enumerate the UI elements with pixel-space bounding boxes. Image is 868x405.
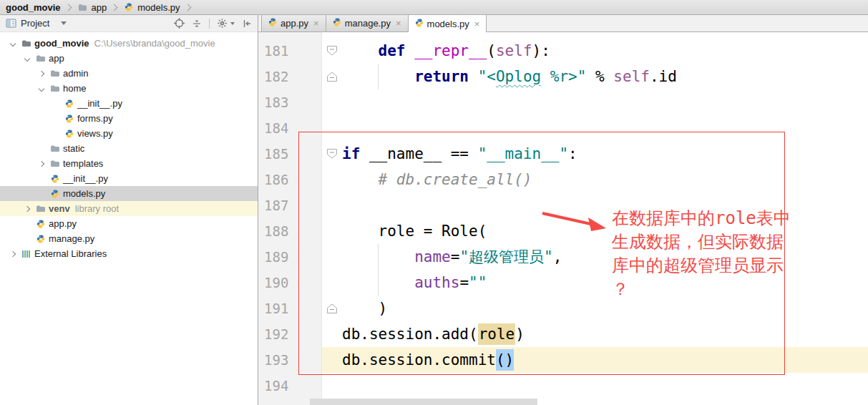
tab-manage-py[interactable]: manage.py × <box>326 14 409 31</box>
code-line: 194 <box>258 373 868 399</box>
breadcrumb-item-project[interactable]: good_movie <box>6 2 61 13</box>
chevron-right-icon[interactable] <box>6 252 20 256</box>
project-panel-header: Project <box>0 15 258 32</box>
tab-label: app.py <box>281 18 308 29</box>
chevron-right-icon[interactable] <box>20 207 34 211</box>
chevron-down-icon[interactable] <box>6 42 20 46</box>
breadcrumb-label: app <box>92 2 107 13</box>
python-file-icon <box>63 130 75 138</box>
python-file-icon <box>49 175 61 183</box>
project-path-hint: C:\Users\branda\good_movie <box>94 38 215 49</box>
breadcrumb: good_movie app models.py <box>0 0 868 15</box>
tab-app-py[interactable]: app.py × <box>261 14 326 31</box>
folder-icon <box>34 205 47 213</box>
libraries-icon <box>20 250 32 258</box>
tree-row-home[interactable]: home <box>0 81 258 96</box>
chevron-right-icon <box>184 4 191 11</box>
close-icon[interactable]: × <box>396 19 401 28</box>
annotation-text: 在数据库中的role表中 生成数据，但实际数据 库中的超级管理员显示 ？ <box>612 207 791 301</box>
project-tree: good_movie C:\Users\branda\good_movie ap… <box>0 32 258 261</box>
tab-label: manage.py <box>345 18 391 29</box>
tree-row-manage-py[interactable]: manage.py <box>0 231 258 246</box>
project-tool-window: Project good_movie C:\Users\branda\good_… <box>0 15 258 405</box>
tree-row-app[interactable]: app <box>0 51 258 66</box>
editor-tab-bar: app.py × manage.py × models.py × <box>258 15 868 32</box>
tree-row-models-selected[interactable]: models.py <box>0 186 258 201</box>
chevron-down-icon[interactable] <box>230 22 235 25</box>
line-number: 187 <box>258 192 322 218</box>
folder-icon <box>49 84 61 93</box>
tree-row-external-libraries[interactable]: External Libraries <box>0 246 258 261</box>
project-panel-title[interactable]: Project <box>21 18 49 29</box>
line-number: 194 <box>258 373 322 399</box>
bottom-panel-edge <box>310 399 537 405</box>
python-file-icon <box>63 99 75 108</box>
tree-row-static[interactable]: static <box>0 141 258 156</box>
code-line: 181 def __repr__(self): <box>258 38 868 64</box>
line-number: 190 <box>258 270 322 296</box>
fold-end-icon[interactable] <box>322 303 342 313</box>
code-line: 186 # db.create_all() <box>258 167 868 192</box>
tree-row-init-app[interactable]: __init__.py <box>0 171 258 186</box>
chevron-right-icon <box>64 4 72 11</box>
breadcrumb-label: good_movie <box>6 2 61 13</box>
code-line: 185 if __name__ == "__main__": <box>258 141 868 167</box>
settings-icon[interactable] <box>217 18 228 29</box>
hide-panel-icon[interactable] <box>242 19 252 29</box>
line-number: 185 <box>258 141 322 167</box>
python-file-icon <box>122 3 135 11</box>
python-file-icon <box>49 190 61 198</box>
chevron-right-icon <box>111 4 118 11</box>
toolbar-divider <box>209 19 210 29</box>
fold-start-icon[interactable] <box>322 46 342 56</box>
project-tool-icon <box>6 19 16 28</box>
code-line: 182 return "<Oplog %r>" % self.id <box>258 64 868 89</box>
code-line: 192 db.session.add(role) <box>258 321 868 347</box>
tree-row-forms[interactable]: forms.py <box>0 111 258 126</box>
line-number: 193 <box>258 347 322 373</box>
line-number: 192 <box>258 321 322 347</box>
python-file-icon <box>34 220 47 228</box>
line-number: 188 <box>258 218 322 244</box>
breadcrumb-label: models.py <box>137 2 180 13</box>
tree-row-templates[interactable]: templates <box>0 156 258 171</box>
chevron-right-icon[interactable] <box>34 162 49 166</box>
code-line: 184 <box>258 115 868 141</box>
chevron-down-icon[interactable] <box>61 21 67 25</box>
tree-row-init-home[interactable]: __init__.py <box>0 96 258 111</box>
tab-label: models.py <box>427 19 469 29</box>
tree-row-good-movie[interactable]: good_movie C:\Users\branda\good_movie <box>0 36 258 51</box>
line-number: 184 <box>258 115 322 141</box>
chevron-down-icon[interactable] <box>20 57 34 61</box>
tree-row-venv[interactable]: venv library root <box>0 201 258 216</box>
line-number: 186 <box>258 167 322 192</box>
python-file-icon <box>415 19 424 29</box>
folder-icon <box>49 69 61 78</box>
brace-match-highlight: () <box>496 349 514 371</box>
collapse-all-icon[interactable] <box>192 19 202 29</box>
tab-models-py-active[interactable]: models.py × <box>408 14 487 32</box>
locate-icon[interactable] <box>174 18 185 29</box>
folder-icon <box>49 145 61 153</box>
breadcrumb-item-file[interactable]: models.py <box>122 2 180 13</box>
code-line: 183 <box>258 89 868 115</box>
annotation-arrow <box>537 206 615 236</box>
annotation-line: 生成数据，但实际数据 <box>612 230 791 254</box>
folder-icon <box>34 54 47 63</box>
chevron-right-icon[interactable] <box>34 72 49 76</box>
line-number: 183 <box>258 89 322 115</box>
identifier-highlight: role <box>478 323 516 345</box>
library-root-hint: library root <box>75 203 119 214</box>
fold-end-icon[interactable] <box>322 72 342 82</box>
tree-row-views[interactable]: views.py <box>0 126 258 141</box>
tree-row-admin[interactable]: admin <box>0 66 258 81</box>
chevron-down-icon[interactable] <box>34 87 49 91</box>
close-icon[interactable]: × <box>313 19 319 28</box>
line-number: 182 <box>258 64 322 89</box>
fold-start-icon[interactable] <box>322 149 342 159</box>
tree-row-app-py[interactable]: app.py <box>0 216 258 231</box>
close-icon[interactable]: × <box>474 19 480 29</box>
line-number: 189 <box>258 244 322 270</box>
annotation-line: ？ <box>612 278 791 301</box>
breadcrumb-item-app[interactable]: app <box>77 2 107 13</box>
